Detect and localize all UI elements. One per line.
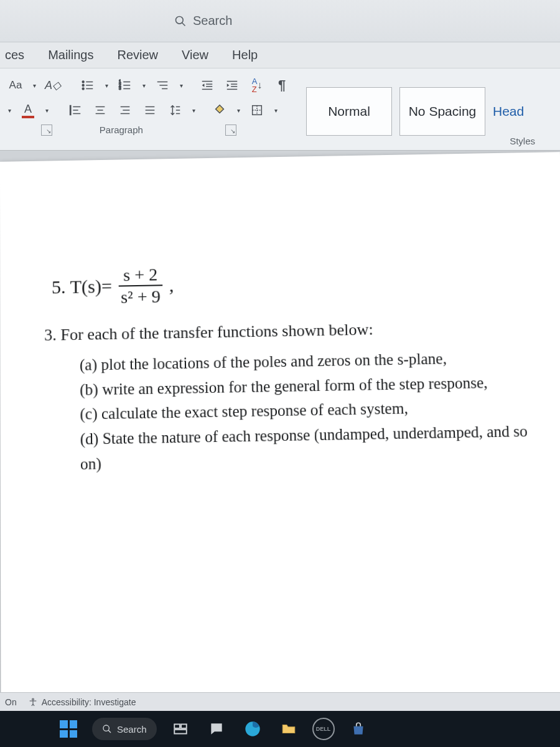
line-spacing-dropdown[interactable]: ▾ — [189, 107, 198, 114]
question-3-sublist: (a) plot the locations of the poles and … — [44, 345, 545, 477]
ribbon-tabs: ces Mailings Review View Help — [0, 42, 560, 68]
task-view-icon — [172, 721, 189, 737]
change-case-button[interactable]: Aa — [5, 75, 26, 96]
decrease-indent-button[interactable] — [197, 75, 218, 96]
equation-comma: , — [169, 275, 174, 296]
font-color-button[interactable]: A — [17, 100, 39, 121]
document-area[interactable]: 5. T(s)= s + 2 s² + 9 , 3. For each of t… — [0, 151, 560, 730]
font-dialog-launcher-icon[interactable]: ↘ — [41, 125, 52, 136]
svg-rect-48 — [174, 724, 180, 728]
style-no-spacing[interactable]: No Spacing — [399, 87, 485, 136]
store-icon — [350, 721, 366, 737]
dell-button[interactable]: DELL — [312, 718, 335, 740]
align-center-button[interactable] — [90, 100, 111, 121]
shading-button[interactable] — [209, 100, 230, 121]
show-paragraph-marks-button[interactable]: ¶ — [271, 75, 292, 96]
equation-denominator: s² + 9 — [116, 286, 166, 307]
align-right-button[interactable] — [114, 100, 136, 121]
store-button[interactable] — [346, 716, 371, 741]
question-3: 3. For each of the transfer functions sh… — [44, 317, 541, 345]
edge-button[interactable] — [240, 716, 265, 741]
chat-button[interactable] — [204, 716, 229, 741]
svg-text:3: 3 — [119, 86, 121, 90]
svg-line-1 — [182, 22, 185, 26]
tab-view[interactable]: View — [177, 43, 213, 67]
svg-point-2 — [82, 81, 84, 83]
bullets-button[interactable] — [77, 75, 98, 96]
search-icon — [102, 724, 112, 734]
sort-button[interactable]: AZ↓ — [246, 75, 268, 96]
tab-mailings[interactable]: Mailings — [43, 43, 98, 67]
svg-line-47 — [108, 730, 111, 733]
titlebar-search[interactable]: Search — [174, 14, 232, 28]
numbering-button[interactable]: 123 — [114, 75, 136, 96]
windows-taskbar: Search DELL — [0, 711, 560, 747]
numbering-dropdown[interactable]: ▾ — [139, 82, 148, 89]
clear-formatting-button[interactable]: A◇ — [42, 75, 63, 96]
taskbar-search[interactable]: Search — [92, 718, 157, 740]
equation-line: 5. T(s)= s + 2 s² + 9 , — [52, 258, 540, 308]
font-color-dropdown-left[interactable]: ▾ — [5, 107, 14, 114]
equation-fraction: s + 2 s² + 9 — [116, 265, 166, 307]
accessibility-text: Accessibility: Investigate — [42, 697, 136, 707]
edge-icon — [244, 720, 261, 738]
svg-point-4 — [82, 85, 84, 87]
paragraph-dialog-launcher-icon[interactable]: ↘ — [225, 125, 236, 136]
svg-point-46 — [103, 725, 109, 731]
change-case-dropdown[interactable]: ▾ — [30, 82, 39, 89]
svg-point-0 — [176, 16, 184, 24]
accessibility-icon — [28, 697, 38, 707]
shading-dropdown[interactable]: ▾ — [234, 107, 243, 114]
item-d: (d) State the nature of each response (u… — [80, 419, 545, 477]
title-bar: Search — [0, 0, 560, 42]
tab-review[interactable]: Review — [112, 43, 163, 67]
task-view-button[interactable] — [168, 716, 193, 741]
style-normal[interactable]: Normal — [306, 87, 392, 136]
tab-help[interactable]: Help — [227, 43, 263, 67]
increase-indent-button[interactable] — [222, 75, 243, 96]
svg-rect-25 — [70, 105, 72, 116]
tab-references-cut[interactable]: ces — [0, 43, 29, 67]
accessibility-status[interactable]: Accessibility: Investigate — [28, 697, 136, 707]
justify-button[interactable] — [139, 100, 161, 121]
multilevel-dropdown[interactable]: ▾ — [177, 82, 185, 89]
focus-mode-label[interactable]: On — [5, 697, 17, 707]
borders-dropdown[interactable]: ▾ — [271, 107, 280, 114]
font-group-launcher[interactable]: ↘ — [0, 125, 56, 146]
search-icon — [174, 15, 187, 27]
align-left-button[interactable] — [65, 100, 86, 121]
styles-group-label: Styles — [510, 136, 535, 146]
svg-point-45 — [32, 698, 34, 700]
multilevel-list-button[interactable] — [152, 75, 173, 96]
styles-gallery: Normal No Spacing Head — [306, 87, 530, 136]
style-heading-cut[interactable]: Head — [493, 87, 530, 136]
equation-prefix: 5. T(s)= — [52, 276, 112, 298]
taskbar-search-text: Search — [117, 724, 147, 735]
svg-point-6 — [82, 88, 84, 90]
document-page[interactable]: 5. T(s)= s + 2 s² + 9 , 3. For each of t… — [0, 152, 560, 730]
paragraph-group-label: Paragraph — [100, 125, 143, 135]
svg-rect-50 — [174, 730, 187, 734]
file-explorer-button[interactable] — [276, 716, 301, 741]
folder-icon — [281, 721, 297, 737]
chat-icon — [208, 721, 225, 737]
font-color-dropdown[interactable]: ▾ — [42, 107, 51, 114]
ribbon: Aa ▾ A◇ ▾ 123 ▾ ▾ AZ↓ — [0, 68, 560, 151]
dell-icon: DELL — [316, 726, 331, 732]
status-bar: On Accessibility: Investigate — [0, 692, 560, 711]
svg-rect-49 — [181, 724, 187, 728]
windows-logo-icon — [60, 720, 77, 738]
titlebar-search-text: Search — [193, 14, 232, 28]
line-spacing-button[interactable] — [164, 100, 185, 121]
equation-numerator: s + 2 — [118, 265, 162, 287]
start-button[interactable] — [56, 716, 81, 741]
borders-button[interactable] — [246, 100, 268, 121]
bullets-dropdown[interactable]: ▾ — [102, 82, 111, 89]
